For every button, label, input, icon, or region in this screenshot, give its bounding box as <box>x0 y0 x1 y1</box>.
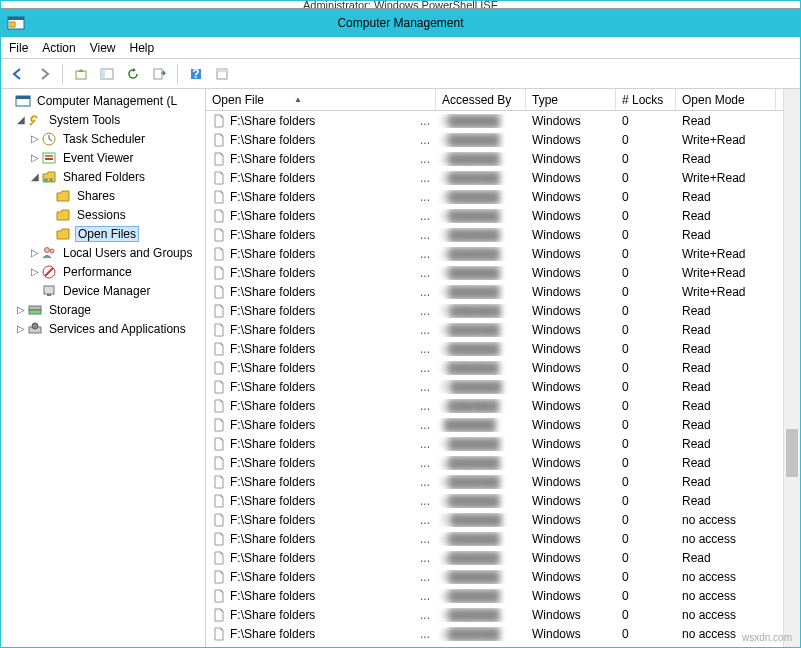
cell-open-file: F:\Share folders... <box>206 513 436 527</box>
help-button[interactable]: ? <box>185 63 207 85</box>
menu-file[interactable]: File <box>9 41 28 55</box>
tree-shared-folders[interactable]: ◢ Shared Folders <box>1 167 205 186</box>
cell-accessed-by: d██████ <box>436 133 526 147</box>
tools-icon <box>27 112 43 128</box>
column-locks[interactable]: # Locks <box>616 89 676 110</box>
up-button[interactable] <box>70 63 92 85</box>
shares-icon <box>55 188 71 204</box>
table-row[interactable]: F:\Share folders...n██████Windows0Read <box>206 206 800 225</box>
menu-view[interactable]: View <box>90 41 116 55</box>
table-row[interactable]: F:\Share folders...d██████Windows0Read <box>206 111 800 130</box>
cell-locks: 0 <box>616 228 676 242</box>
tree-root[interactable]: Computer Management (L <box>1 91 205 110</box>
table-row[interactable]: F:\Share folders...e██████Windows0Read <box>206 491 800 510</box>
cell-accessed-by: i██████ <box>436 418 526 432</box>
cell-open-mode: Write+Read <box>676 285 776 299</box>
cell-locks: 0 <box>616 285 676 299</box>
table-row[interactable]: F:\Share folders...d██████Windows0Read <box>206 187 800 206</box>
cell-open-file: F:\Share folders... <box>206 399 436 413</box>
tree-local-users[interactable]: ▷ Local Users and Groups <box>1 243 205 262</box>
cell-open-mode: Read <box>676 475 776 489</box>
table-row[interactable]: F:\Share folders...e██████Windows0Read <box>206 472 800 491</box>
expander-icon[interactable]: ▷ <box>15 323 27 335</box>
expander-icon[interactable]: ◢ <box>15 114 27 126</box>
expander-icon[interactable]: ◢ <box>29 171 41 183</box>
tree-services-apps[interactable]: ▷ Services and Applications <box>1 319 205 338</box>
column-accessed-by[interactable]: Accessed By <box>436 89 526 110</box>
table-row[interactable]: F:\Share folders...S██████Windows0Read <box>206 301 800 320</box>
table-row[interactable]: F:\Share folders...c██████Windows0Read <box>206 396 800 415</box>
table-row[interactable]: F:\Share folders...a██████Windows0no acc… <box>206 624 800 643</box>
table-row[interactable]: F:\Share folders...c██████Windows0Read <box>206 358 800 377</box>
svg-rect-2 <box>10 22 15 27</box>
tree-task-scheduler[interactable]: ▷ Task Scheduler <box>1 129 205 148</box>
table-row[interactable]: F:\Share folders...e██████Windows0Read <box>206 320 800 339</box>
tree-system-tools[interactable]: ◢ System Tools <box>1 110 205 129</box>
table-row[interactable]: F:\Share folders...D██████Windows0no acc… <box>206 510 800 529</box>
menu-help[interactable]: Help <box>130 41 155 55</box>
expander-icon[interactable]: ▷ <box>29 152 41 164</box>
table-row[interactable]: F:\Share folders...e██████Windows0no acc… <box>206 586 800 605</box>
cell-type: Windows <box>526 304 616 318</box>
cell-type: Windows <box>526 570 616 584</box>
properties-button[interactable] <box>211 63 233 85</box>
svg-rect-1 <box>8 17 24 20</box>
export-list-button[interactable] <box>148 63 170 85</box>
svg-rect-3 <box>76 71 86 79</box>
performance-icon <box>41 264 57 280</box>
cell-open-file: F:\Share folders... <box>206 418 436 432</box>
table-row[interactable]: F:\Share folders...i██████Windows0Read <box>206 415 800 434</box>
tree-open-files[interactable]: Open Files <box>1 224 205 243</box>
table-row[interactable]: F:\Share folders...a██████Windows0Read <box>206 548 800 567</box>
expander-icon[interactable]: ▷ <box>29 133 41 145</box>
cell-accessed-by: n██████ <box>436 266 526 280</box>
table-row[interactable]: F:\Share folders...e██████Windows0Read <box>206 339 800 358</box>
svg-rect-10 <box>217 69 227 72</box>
cell-open-file: F:\Share folders... <box>206 342 436 356</box>
tree-sessions[interactable]: Sessions <box>1 205 205 224</box>
table-row[interactable]: F:\Share folders...e██████Windows0no acc… <box>206 529 800 548</box>
cell-type: Windows <box>526 475 616 489</box>
table-row[interactable]: F:\Share folders...d██████Windows0Write+… <box>206 168 800 187</box>
tree-shares[interactable]: Shares <box>1 186 205 205</box>
tree-device-manager[interactable]: Device Manager <box>1 281 205 300</box>
table-row[interactable]: F:\Share folders...a██████Windows0Read <box>206 453 800 472</box>
forward-button[interactable] <box>33 63 55 85</box>
table-row[interactable]: F:\Share folders...D██████Windows0Read <box>206 377 800 396</box>
table-row[interactable]: F:\Share folders...n██████Windows0Read <box>206 225 800 244</box>
scrollbar-thumb[interactable] <box>786 429 798 477</box>
tree-event-viewer[interactable]: ▷ Event Viewer <box>1 148 205 167</box>
table-row[interactable]: F:\Share folders...n██████Windows0Read <box>206 434 800 453</box>
cell-open-file: F:\Share folders... <box>206 475 436 489</box>
cell-open-file: F:\Share folders... <box>206 608 436 622</box>
title-bar[interactable]: Computer Management <box>1 9 800 37</box>
cell-locks: 0 <box>616 437 676 451</box>
expander-icon[interactable]: ▷ <box>29 247 41 259</box>
expander-icon[interactable]: ▷ <box>29 266 41 278</box>
svg-point-20 <box>50 249 54 253</box>
table-row[interactable]: F:\Share folders...d██████Windows0Write+… <box>206 130 800 149</box>
column-open-mode[interactable]: Open Mode <box>676 89 776 110</box>
vertical-scrollbar[interactable] <box>783 89 800 647</box>
show-hide-tree-button[interactable] <box>96 63 118 85</box>
table-row[interactable]: F:\Share folders...n██████Windows0no acc… <box>206 605 800 624</box>
table-row[interactable]: F:\Share folders...d██████Windows0Read <box>206 149 800 168</box>
tree-pane[interactable]: Computer Management (L ◢ System Tools ▷ … <box>1 89 206 647</box>
tree-storage[interactable]: ▷ Storage <box>1 300 205 319</box>
refresh-button[interactable] <box>122 63 144 85</box>
table-row[interactable]: F:\Share folders...n██████Windows0Write+… <box>206 244 800 263</box>
column-type[interactable]: Type <box>526 89 616 110</box>
back-button[interactable] <box>7 63 29 85</box>
cell-open-mode: no access <box>676 570 776 584</box>
tree-performance[interactable]: ▷ Performance <box>1 262 205 281</box>
column-open-file[interactable]: Open File <box>206 89 436 110</box>
table-row[interactable]: F:\Share folders...n██████Windows0Write+… <box>206 282 800 301</box>
cell-open-mode: Read <box>676 304 776 318</box>
menu-action[interactable]: Action <box>42 41 75 55</box>
cell-open-file: F:\Share folders... <box>206 589 436 603</box>
list-body[interactable]: F:\Share folders...d██████Windows0ReadF:… <box>206 111 800 647</box>
table-row[interactable]: F:\Share folders...n██████Windows0Write+… <box>206 263 800 282</box>
cell-locks: 0 <box>616 570 676 584</box>
table-row[interactable]: F:\Share folders...n██████Windows0no acc… <box>206 567 800 586</box>
expander-icon[interactable]: ▷ <box>15 304 27 316</box>
